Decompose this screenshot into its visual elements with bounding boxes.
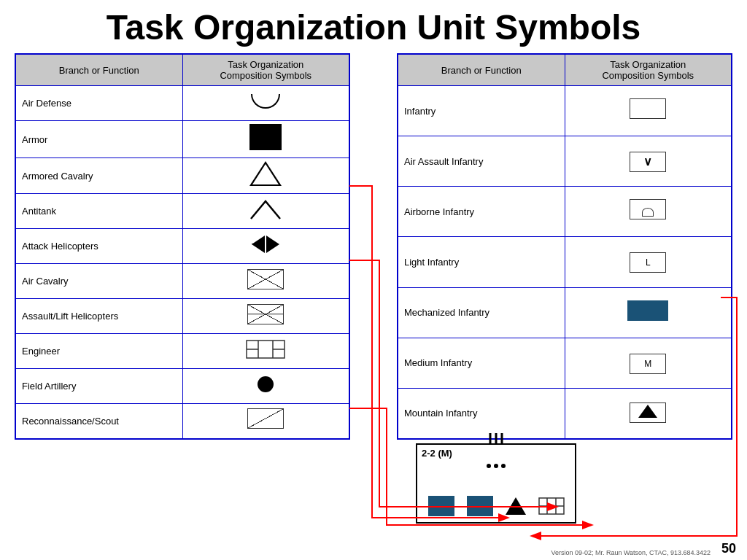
svg-marker-5 [638, 405, 657, 418]
table-row: Air Assault Infantry ∨ [398, 136, 732, 187]
branch-label: Attack Helicopters [15, 229, 182, 264]
unit-icons-row [417, 496, 575, 516]
right-header-symbols: Task OrganizationComposition Symbols [565, 54, 732, 86]
table-row: Armor [15, 121, 349, 158]
table-row: Mechanized Infantry [398, 287, 732, 338]
mountain-icon [630, 402, 666, 423]
table-row: Medium Infantry M [398, 338, 732, 388]
table-row: Mountain Infantry [398, 388, 732, 438]
airborne-icon [630, 199, 666, 219]
filled-triangle-icon [249, 124, 282, 150]
dot-row [487, 464, 506, 468]
unit-label: 2-2 (M) [422, 448, 452, 459]
branch-label: Antitank [15, 194, 182, 229]
table-row: Field Artillery [15, 369, 349, 404]
table-row: Infantry [398, 86, 732, 136]
branch-label: Mountain Infantry [398, 388, 565, 438]
table-row: Reconnaissance/Scout [15, 404, 349, 439]
outline-triangle-icon [249, 161, 282, 186]
table-row: Light Infantry L [398, 237, 732, 287]
size-bar [489, 433, 492, 445]
branch-label: Reconnaissance/Scout [15, 404, 182, 439]
page-number: 50 [721, 541, 736, 556]
symbol-cell: ∨ [565, 136, 732, 187]
symbol-cell [182, 158, 349, 194]
left-header-symbols: Task OrganizationComposition Symbols [182, 54, 349, 86]
filled-blue-icon [627, 300, 668, 321]
unit-dot [501, 464, 506, 468]
version-text: Version 09-02; Mr. Raun Watson, CTAC, 91… [551, 549, 711, 556]
table-row: Armored Cavalry [15, 158, 349, 194]
l-box-icon: L [630, 252, 666, 273]
branch-label: Air Defense [15, 86, 182, 121]
size-bar [501, 433, 503, 445]
symbol-cell [565, 187, 732, 237]
symbol-cell [182, 299, 349, 334]
diagram-container: 2-2 (M) [357, 432, 605, 545]
inner-blue-box-1 [428, 496, 454, 516]
engineer-icon [245, 339, 286, 359]
symbol-cell [182, 369, 349, 404]
symbol-cell [565, 388, 732, 438]
symbol-cell [182, 334, 349, 369]
unit-dot [494, 464, 498, 468]
page-title: Task Organization Unit Symbols [0, 0, 747, 53]
symbol-cell [565, 86, 732, 136]
branch-label: Light Infantry [398, 237, 565, 287]
x-line-box-icon [247, 304, 284, 324]
table-row: Attack Helicopters [15, 229, 349, 264]
right-header-branch: Branch or Function [398, 54, 565, 86]
left-table: Branch or Function Task OrganizationComp… [15, 53, 350, 440]
symbol-cell: L [565, 237, 732, 287]
branch-label: Mechanized Infantry [398, 287, 565, 338]
branch-label: Engineer [15, 334, 182, 369]
branch-label: Field Artillery [15, 369, 182, 404]
inner-engineer-icon [538, 497, 565, 515]
size-bar [495, 433, 498, 445]
branch-label: Airborne Infantry [398, 187, 565, 237]
branch-label: Air Cavalry [15, 264, 182, 299]
branch-label: Medium Infantry [398, 338, 565, 388]
table-row: Air Cavalry [15, 264, 349, 299]
branch-label: Air Assault Infantry [398, 136, 565, 187]
v-box-icon: ∨ [630, 152, 666, 172]
table-row: Air Defense [15, 86, 349, 121]
symbol-cell [182, 404, 349, 439]
unit-dot [487, 464, 491, 468]
unit-box: 2-2 (M) [416, 443, 576, 524]
table-row: Antitank [15, 194, 349, 229]
recon-box-icon [247, 408, 284, 429]
branch-label: Armored Cavalry [15, 158, 182, 194]
symbol-cell: M [565, 338, 732, 388]
table-row: Assault/Lift Helicopters [15, 299, 349, 334]
symbol-cell [182, 121, 349, 158]
symbol-cell [182, 86, 349, 121]
branch-label: Assault/Lift Helicopters [15, 299, 182, 334]
table-row: Airborne Infantry [398, 187, 732, 237]
plain-box-icon [630, 98, 666, 119]
inner-triangle [506, 497, 526, 515]
table-row: Engineer [15, 334, 349, 369]
arc-icon [251, 94, 280, 109]
circle-icon [258, 376, 274, 392]
antitank-icon [249, 198, 282, 220]
symbol-cell [182, 264, 349, 299]
symbol-cell [182, 194, 349, 229]
symbol-cell [565, 287, 732, 338]
tables-area: Branch or Function Task OrganizationComp… [0, 53, 747, 440]
branch-label: Infantry [398, 86, 565, 136]
x-box-icon [247, 269, 284, 289]
left-header-branch: Branch or Function [15, 54, 182, 86]
m-box-icon: M [630, 354, 666, 374]
bowtie-icon [252, 236, 279, 253]
symbol-cell [182, 229, 349, 264]
right-table: Branch or Function Task OrganizationComp… [397, 53, 732, 440]
branch-label: Armor [15, 121, 182, 158]
inner-blue-box-2 [467, 496, 493, 516]
unit-size-indicator [489, 433, 503, 445]
